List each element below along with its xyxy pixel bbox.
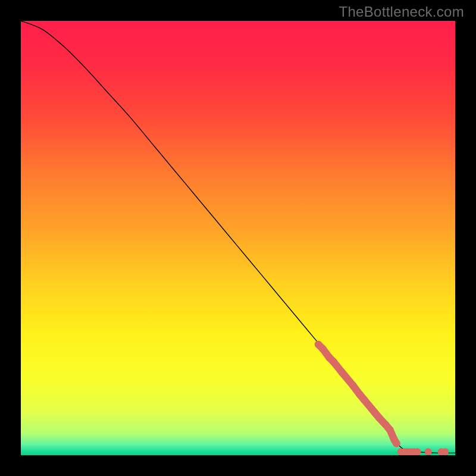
plot-area bbox=[21, 21, 455, 455]
chart-stage: TheBottleneck.com bbox=[0, 0, 476, 476]
svg-point-26 bbox=[393, 440, 400, 447]
plot-svg bbox=[21, 21, 455, 455]
svg-point-33 bbox=[425, 448, 432, 455]
gradient-background bbox=[21, 21, 455, 455]
svg-point-32 bbox=[414, 448, 421, 455]
svg-point-35 bbox=[441, 448, 449, 455]
watermark-text: TheBottleneck.com bbox=[339, 4, 464, 20]
